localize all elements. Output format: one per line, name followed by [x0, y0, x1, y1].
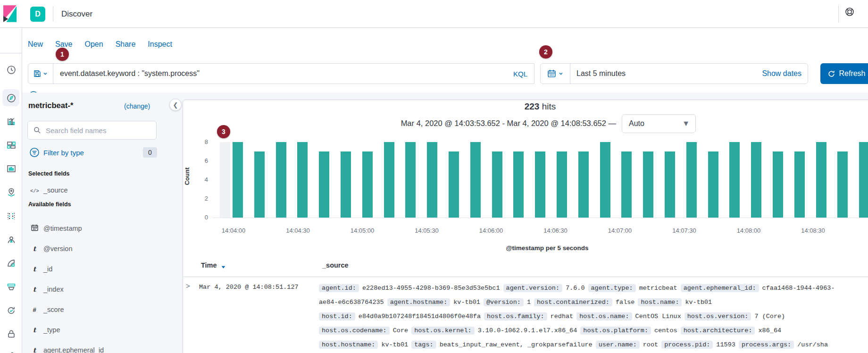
- nav-icon-visualize[interactable]: [6, 117, 17, 127]
- histogram-bar[interactable]: [254, 151, 265, 218]
- histogram-bar[interactable]: [362, 151, 373, 218]
- histogram-bar[interactable]: [427, 142, 437, 218]
- field-item-_source[interactable]: </>_source: [30, 186, 68, 194]
- menu-item-open[interactable]: Open: [84, 40, 103, 49]
- row-source-cell[interactable]: agent.id:e228ed13-4955-4298-b369-85e3d53…: [319, 282, 868, 353]
- sort-desc-icon[interactable]: [221, 264, 226, 269]
- field-item-_score[interactable]: #_score: [30, 305, 64, 314]
- field-item-_type[interactable]: t_type: [30, 326, 60, 334]
- histogram-bar[interactable]: [535, 151, 545, 218]
- nav-icon-siem[interactable]: [6, 329, 17, 339]
- histogram-bar[interactable]: [341, 151, 351, 218]
- histogram-bar[interactable]: [686, 142, 697, 218]
- nav-icon-maps[interactable]: [6, 187, 17, 198]
- x-axis-tick: 14:05:30: [403, 227, 451, 234]
- histogram-bar[interactable]: [665, 151, 675, 218]
- row-time-cell: Mar 4, 2020 @ 14:08:51.127: [199, 284, 299, 291]
- field-key-badge: agent.hostname:: [387, 298, 451, 306]
- menu-item-new[interactable]: New: [28, 40, 43, 49]
- field-search-input[interactable]: Search field names: [27, 121, 157, 140]
- nav-icon-dashboard[interactable]: [6, 140, 17, 151]
- x-axis-tick: 14:08:30: [790, 227, 837, 234]
- nav-icon-uptime[interactable]: [6, 305, 17, 316]
- field-item-_index[interactable]: t_index: [30, 285, 64, 294]
- field-search-placeholder: Search field names: [46, 126, 106, 134]
- kibana-logo-icon[interactable]: [3, 5, 17, 22]
- menu-item-save[interactable]: Save: [55, 40, 72, 49]
- search-icon: [33, 126, 41, 134]
- interval-value: Auto: [629, 119, 644, 128]
- query-language-label[interactable]: KQL: [513, 70, 527, 78]
- nav-icon-discover[interactable]: [6, 93, 17, 103]
- filter-count-badge: 0: [143, 147, 157, 158]
- nav-icon-dev-tools[interactable]: [6, 351, 17, 353]
- field-value: 3.10.0-1062.9.1.el7.x86_64: [478, 327, 577, 334]
- field-item-@timestamp[interactable]: @timestamp: [30, 224, 82, 233]
- field-key-badge: host.id:: [319, 312, 355, 320]
- histogram-bar[interactable]: [513, 151, 524, 218]
- filter-by-type-button[interactable]: Filter by type: [43, 149, 84, 157]
- histogram-bar[interactable]: [319, 151, 329, 218]
- histogram-bar[interactable]: [276, 142, 286, 218]
- histogram-bar[interactable]: [816, 142, 826, 218]
- nav-icon-machine-learning[interactable]: [6, 211, 17, 221]
- discover-menu: NewSaveOpenShareInspect: [28, 40, 172, 49]
- nav-icon-apm[interactable]: [6, 282, 17, 292]
- histogram-bar[interactable]: [643, 151, 653, 218]
- top-bar: D Discover: [0, 0, 868, 28]
- field-item-_id[interactable]: t_id: [30, 265, 52, 273]
- field-key-badge: host.name:: [638, 298, 682, 306]
- nav-icon-logs[interactable]: [6, 258, 17, 269]
- field-key-badge: host.os.codename:: [319, 327, 390, 335]
- histogram-bar[interactable]: [859, 142, 868, 218]
- field-value: redhat: [551, 313, 574, 320]
- histogram-bar[interactable]: [708, 151, 718, 218]
- field-item-@version[interactable]: t@version: [30, 244, 72, 253]
- histogram-bar[interactable]: [773, 151, 783, 218]
- field-value: CentOS Linux: [635, 313, 681, 320]
- app-nav-rail: [0, 28, 22, 353]
- y-axis-tick: 2: [191, 195, 208, 202]
- field-value: metricbeat: [639, 285, 677, 292]
- expand-row-icon[interactable]: >: [186, 283, 190, 291]
- save-query-button[interactable]: [28, 63, 53, 84]
- chevron-down-icon[interactable]: [559, 71, 563, 76]
- show-dates-link[interactable]: Show dates: [762, 69, 801, 78]
- histogram-bar[interactable]: [470, 142, 481, 218]
- change-index-pattern-link[interactable]: (change): [124, 102, 150, 110]
- time-picker: Last 5 minutes Show dates: [540, 63, 808, 84]
- histogram-bar[interactable]: [557, 151, 567, 218]
- source-line: host.hostname:kv-tb01tags:beats_input_ra…: [319, 339, 868, 350]
- hits-count: 223: [525, 101, 540, 111]
- table-header-time[interactable]: Time: [201, 261, 217, 269]
- histogram-bar[interactable]: [621, 151, 632, 218]
- histogram-bar[interactable]: [384, 142, 394, 218]
- histogram-bar[interactable]: [492, 151, 502, 218]
- histogram-bar[interactable]: [794, 151, 805, 218]
- histogram-bar[interactable]: [729, 142, 740, 218]
- field-key-badge: agent.ephemeral_id:: [681, 284, 759, 292]
- calendar-icon[interactable]: [548, 69, 556, 78]
- histogram-bar[interactable]: [297, 142, 308, 218]
- histogram-bar[interactable]: [233, 142, 243, 218]
- chart-time-range-subtitle: Mar 4, 2020 @ 14:03:53.652 - Mar 4, 2020…: [333, 119, 616, 128]
- menu-item-share[interactable]: Share: [116, 40, 136, 49]
- histogram-bar[interactable]: [751, 142, 761, 218]
- help-icon[interactable]: [844, 7, 855, 17]
- histogram-bar[interactable]: [405, 142, 416, 218]
- interval-select[interactable]: Auto ▼: [622, 114, 696, 133]
- query-input[interactable]: event.dataset.keyword : "system.process"…: [53, 63, 534, 84]
- nav-icon-recently-viewed[interactable]: [6, 65, 17, 75]
- collapse-sidebar-button[interactable]: ❮: [169, 99, 182, 111]
- field-item-agent.ephemeral_id[interactable]: tagent.ephemeral_id: [30, 346, 104, 353]
- refresh-button[interactable]: Refresh: [820, 63, 868, 84]
- histogram-bar[interactable]: [578, 151, 589, 218]
- menu-item-inspect[interactable]: Inspect: [148, 40, 172, 49]
- histogram-bar[interactable]: [837, 151, 848, 218]
- histogram-bar[interactable]: [600, 142, 610, 218]
- histogram-bar[interactable]: [449, 151, 459, 218]
- nav-icon-canvas[interactable]: [6, 164, 17, 174]
- time-range-value[interactable]: Last 5 minutes: [576, 69, 626, 78]
- nav-icon-metrics[interactable]: [6, 235, 17, 245]
- field-type-date-icon: [30, 224, 39, 233]
